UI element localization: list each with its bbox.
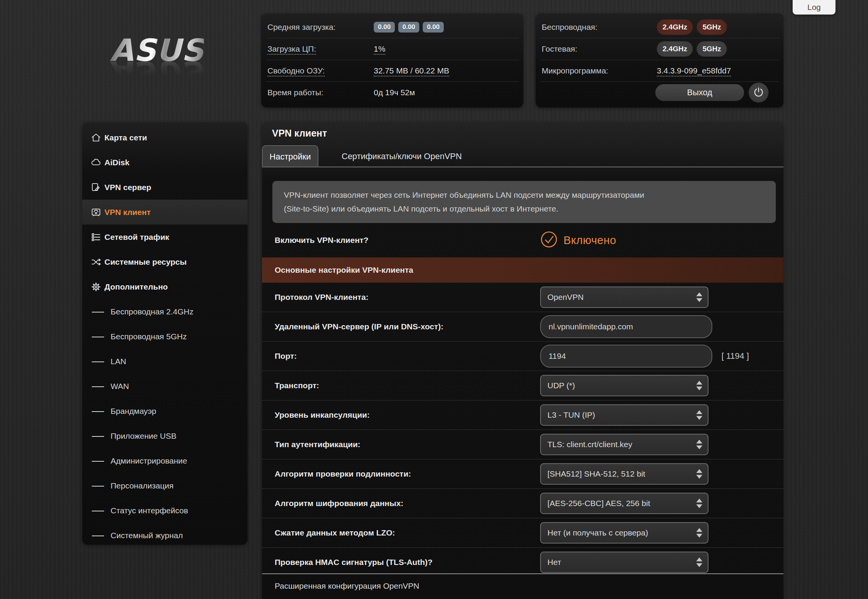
- uptime-label: Время работы:: [267, 88, 374, 97]
- field-label: Уровень инкапсуляции:: [275, 410, 370, 420]
- dash-icon: [92, 386, 104, 387]
- sidebar-item-vpn-server[interactable]: VPN сервер: [82, 175, 248, 200]
- wireless-badges: 2.4GHz5GHz: [657, 20, 731, 35]
- asuswrt-admin-page: Log ASUS ASUS Средняя загрузка: 0.000.00…: [0, 0, 868, 599]
- load-average-label: Средняя загрузка:: [267, 23, 374, 32]
- select-arrows-icon: [696, 381, 702, 391]
- divider: [262, 573, 783, 574]
- free-ram-row: Свободно ОЗУ: 32.75 MB / 60.22 MB: [261, 60, 523, 81]
- vpn-client-page: VPN клиент Настройки Сертификаты/ключи O…: [262, 122, 783, 599]
- hmac-algorithm-select[interactable]: [SHA512] SHA-512, 512 bit: [540, 463, 708, 485]
- field-label: Проверка HMAC сигнатуры (TLS-Auth)?: [275, 558, 433, 567]
- select-arrows-icon: [696, 410, 702, 420]
- transport-select[interactable]: UDP (*): [540, 375, 708, 396]
- enable-vpn-status-text: Включено: [563, 234, 616, 247]
- lzo-compression-select[interactable]: Нет (и получать с сервера): [540, 522, 708, 544]
- system-status-panel: Средняя загрузка: 0.000.000.00 Загрузка …: [261, 13, 523, 107]
- select-arrows-icon: [696, 293, 702, 302]
- select-arrows-icon: [696, 558, 702, 567]
- sidebar-item-wireless-5ghz[interactable]: Беспроводная 5GHz: [82, 324, 248, 349]
- reboot-button[interactable]: [749, 83, 769, 103]
- free-ram-value: 32.75 MB / 60.22 MB: [374, 66, 449, 75]
- load-badge: 0.00: [374, 22, 395, 33]
- sidebar-item-interface-status[interactable]: Статус интерфейсов: [82, 498, 248, 523]
- sidebar-item-advanced[interactable]: Дополнительно: [82, 274, 248, 299]
- divider: [262, 166, 783, 168]
- select-arrows-icon: [696, 499, 702, 508]
- wireless-5ghz-badge[interactable]: 5GHz: [697, 20, 727, 35]
- sidebar-item-usb-application[interactable]: Приложение USB: [82, 423, 248, 448]
- dash-icon: [92, 361, 104, 362]
- sidebar-item-wan[interactable]: WAN: [82, 374, 248, 399]
- auth-type-select[interactable]: TLS: client.crt/client.key: [540, 434, 708, 455]
- dash-icon: [92, 511, 104, 511]
- field-label: Алгоритм шифрования данных:: [275, 499, 404, 508]
- tab-settings[interactable]: Настройки: [262, 145, 318, 168]
- cloud-icon: [90, 157, 102, 168]
- sidebar-item-wireless-2_4ghz[interactable]: Беспроводная 2.4GHz: [82, 299, 248, 324]
- description-line: (Site-to-Site) или объединять LAN подсет…: [284, 202, 764, 216]
- uptime-row: Время работы: 0д 19ч 52м: [261, 82, 523, 103]
- page-title: VPN клиент: [272, 128, 327, 139]
- cipher-row: Алгоритм шифрования данных: [AES-256-CBC…: [262, 489, 783, 518]
- dash-icon: [92, 536, 104, 536]
- vpn-server-icon: [90, 182, 102, 193]
- sidebar: Карта сети AiDisk VPN сервер VPN клиент …: [82, 122, 248, 545]
- sidebar-item-lan[interactable]: LAN: [82, 349, 248, 374]
- asus-logo-reflection: ASUS: [110, 57, 204, 87]
- log-button[interactable]: Log: [793, 0, 835, 15]
- encapsulation-select[interactable]: L3 - TUN (IP): [540, 404, 708, 426]
- port-input[interactable]: [540, 345, 712, 368]
- sidebar-item-personalization[interactable]: Персонализация: [82, 473, 248, 498]
- field-label: Протокол VPN-клиента:: [275, 293, 368, 302]
- sidebar-item-administration[interactable]: Администрирование: [82, 448, 248, 473]
- firmware-version-link[interactable]: 3.4.3.9-099_e58fdd7: [657, 66, 731, 75]
- wireless-status-panel: Беспроводная: 2.4GHz5GHz Гостевая: 2.4GH…: [536, 13, 783, 107]
- sidebar-item-network-traffic[interactable]: Сетевой трафик: [82, 225, 248, 249]
- dash-icon: [92, 436, 104, 437]
- enable-vpn-row: Включить VPN-клиент? Включено: [262, 223, 783, 257]
- logout-button[interactable]: Выход: [655, 84, 744, 101]
- guest-5ghz-badge[interactable]: 5GHz: [697, 41, 727, 57]
- dash-icon: [92, 337, 104, 337]
- cpu-load-row: Загрузка ЦП: 1%: [261, 38, 523, 60]
- sidebar-item-aidisk[interactable]: AiDisk: [82, 150, 248, 175]
- hmac-algorithm-row: Алгоритм проверки подлинности: [SHA512] …: [262, 459, 783, 489]
- dash-icon: [92, 312, 104, 313]
- load-badge: 0.00: [398, 22, 419, 33]
- settings-form: Протокол VPN-клиента: OpenVPN Удаленный …: [262, 283, 783, 577]
- sidebar-item-firewall[interactable]: Брандмауэр: [82, 399, 248, 423]
- select-arrows-icon: [696, 469, 702, 479]
- guest-2_4ghz-badge[interactable]: 2.4GHz: [657, 41, 693, 57]
- section-header-advanced-config: Расширенная конфигурация OpenVPN: [275, 581, 419, 591]
- asus-logo: ASUS ASUS: [110, 35, 204, 87]
- traffic-list-icon: [90, 231, 102, 243]
- field-label: Тип аутентификации:: [275, 440, 360, 449]
- wireless-label: Беспроводная:: [542, 23, 657, 32]
- lzo-compression-row: Сжатие данных методом LZO: Нет (и получа…: [262, 518, 783, 548]
- firmware-row: Микропрограмма: 3.4.3.9-099_e58fdd7: [536, 60, 783, 81]
- tls-auth-row: Проверка HMAC сигнатуры (TLS-Auth)? Нет: [262, 548, 783, 577]
- wireless-2_4ghz-badge[interactable]: 2.4GHz: [657, 20, 693, 35]
- sidebar-item-network-map[interactable]: Карта сети: [82, 125, 248, 150]
- encapsulation-row: Уровень инкапсуляции: L3 - TUN (IP): [262, 400, 783, 430]
- sidebar-item-vpn-client[interactable]: VPN клиент: [82, 200, 248, 225]
- power-icon: [753, 86, 764, 99]
- tab-openvpn-certs[interactable]: Сертификаты/ключи OpenVPN: [335, 145, 469, 168]
- sidebar-item-system-log[interactable]: Системный журнал: [82, 523, 248, 545]
- section-header-basic-settings: Основные настройки VPN-клиента: [262, 257, 783, 283]
- tls-auth-select[interactable]: Нет: [540, 552, 708, 573]
- select-arrows-icon: [696, 440, 702, 449]
- guest-row: Гостевая: 2.4GHz5GHz: [536, 38, 783, 60]
- home-icon: [90, 132, 102, 143]
- remote-server-row: Удаленный VPN-сервер (IP или DNS-хост):: [262, 312, 783, 342]
- load-badge: 0.00: [423, 22, 444, 33]
- transport-row: Транспорт: UDP (*): [262, 371, 783, 400]
- protocol-select[interactable]: OpenVPN: [540, 286, 708, 308]
- enable-vpn-toggle[interactable]: Включено: [540, 231, 616, 250]
- remote-server-input[interactable]: [540, 315, 712, 338]
- load-average-row: Средняя загрузка: 0.000.000.00: [261, 16, 523, 38]
- sidebar-item-system-resources[interactable]: Системные ресурсы: [82, 249, 248, 274]
- firmware-label: Микропрограмма:: [542, 66, 657, 75]
- cipher-select[interactable]: [AES-256-CBC] AES, 256 bit: [540, 493, 708, 514]
